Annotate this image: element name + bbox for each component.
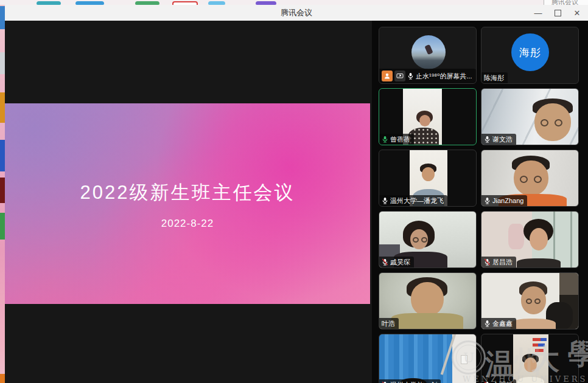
participant-label: 金鑫鑫 [481,318,516,329]
desktop-left-strip [0,5,5,383]
person-silhouette [517,377,544,383]
participant-name: 谢文浩 [492,136,513,143]
person-silhouette [517,258,561,267]
desktop-icon-fragment [0,140,5,171]
participant-label: 余明新 [481,379,516,383]
desktop-icon-fragment [0,178,5,203]
minimize-button[interactable]: — [528,5,548,21]
participant-name: 温州大学—潘龙飞 [390,197,444,204]
presentation-slide: 2022级新生班主任会议 2022-8-22 [5,103,370,304]
host-badge-icon [382,71,393,81]
glasses [525,298,542,307]
person-silhouette [422,167,435,181]
poster-text-marks [533,338,547,341]
slide-title: 2022级新生班主任会议 [80,180,295,205]
participant-name: 戚昊琛 [390,258,410,266]
window-controls: — ✕ [528,5,587,21]
video-tile[interactable]: 戚昊琛 [379,211,477,268]
participant-name: JianZhang [492,197,523,204]
mic-muted-icon [382,258,388,266]
person-silhouette [524,357,537,372]
glasses [519,176,543,184]
person-silhouette [419,115,430,126]
shared-screen-stage: 2022级新生班主任会议 2022-8-22 止水¹⁹⁸⁰的屏幕共享 [5,21,372,383]
participant-label: 止水¹⁹⁸⁰的屏幕共... [379,69,476,83]
participant-label: 戚昊琛 [379,257,414,267]
participant-label: 曾蓓蓓 [379,134,414,145]
desktop-icon-fragment [0,92,5,123]
mic-on-icon [407,72,414,80]
background-device [461,355,467,364]
video-tile[interactable]: 谢文浩 [481,88,579,145]
participant-label: 叶浩 [379,318,399,329]
background-window-titlebar: 腾讯会议 [544,0,588,5]
person-silhouette [530,228,548,250]
maximize-button[interactable] [548,5,567,21]
window-titlebar: 腾讯会议 — ✕ [5,5,588,21]
close-button[interactable]: ✕ [567,5,587,21]
participant-label: JianZhang [481,195,527,206]
video-tile[interactable]: JianZhang [481,150,579,207]
participant-label: 温州大学施一剑 [379,379,441,383]
desktop-top-strip: 腾讯会议 [0,0,588,5]
window-frame-line [570,212,572,268]
participant-label: 温州大学—潘龙飞 [379,195,447,206]
screen-share-badge-icon [394,71,405,81]
background-curtain [379,334,452,383]
participant-label: 陈海彤 [481,72,508,83]
desktop-icon-fragment [0,374,5,383]
person-silhouette [511,319,556,329]
minimize-icon: — [534,9,542,18]
mic-muted-icon [484,258,491,266]
video-tile[interactable]: 居昌浩 [481,211,579,268]
video-tile-speaking[interactable]: 曾蓓蓓 [379,88,477,145]
glasses [539,119,564,128]
participant-name: 陈海彤 [484,74,504,81]
person-silhouette [411,282,444,316]
video-tile-host[interactable]: 止水¹⁹⁸⁰的屏幕共... [379,27,477,84]
background-window-title: 腾讯会议 [551,0,588,5]
video-tile[interactable]: 温州大学施一剑 [379,334,477,383]
participant-name: 居昌浩 [492,258,513,266]
window-title: 腾讯会议 [5,5,588,21]
participant-name: 曾蓓蓓 [390,136,410,143]
participant-label: 谢文浩 [481,134,516,145]
participant-name: 叶浩 [382,320,395,327]
participant-name: 止水¹⁹⁸⁰的屏幕共... [416,72,472,80]
slide-date: 2022-8-22 [161,218,214,230]
mic-speaking-icon [382,136,388,143]
person-silhouette [391,313,463,329]
participant-name: 金鑫鑫 [492,320,513,327]
desktop-icon-fragment [0,6,5,29]
close-icon: ✕ [574,9,581,18]
mic-on-icon [484,197,491,204]
participant-label: 居昌浩 [481,257,516,267]
desktop-icon-fragment [0,52,5,74]
video-tile[interactable]: 叶浩 [379,272,477,330]
poster-text-marks [533,343,545,347]
mic-on-icon [382,197,388,204]
mic-on-icon [484,320,491,327]
video-tile[interactable]: 海彤 陈海彤 [481,27,579,84]
video-tile[interactable]: 温州大学—潘龙飞 [379,150,477,207]
poster-text-marks [535,349,544,352]
background-curtain [508,224,524,249]
mic-on-icon [484,136,491,143]
meeting-window: 腾讯会议 — ✕ 2022级新生班主任会议 2022-8-22 止水¹⁹⁸⁰的屏… [5,5,588,383]
video-tile[interactable]: 金鑫鑫 [481,272,579,330]
avatar-initials: 海彤 [511,33,549,71]
glasses [411,237,429,246]
video-tile[interactable]: 余明新 [481,334,579,383]
desktop-icon-fragment [0,213,5,240]
avatar-photo [411,35,446,69]
maximize-icon [555,10,561,16]
